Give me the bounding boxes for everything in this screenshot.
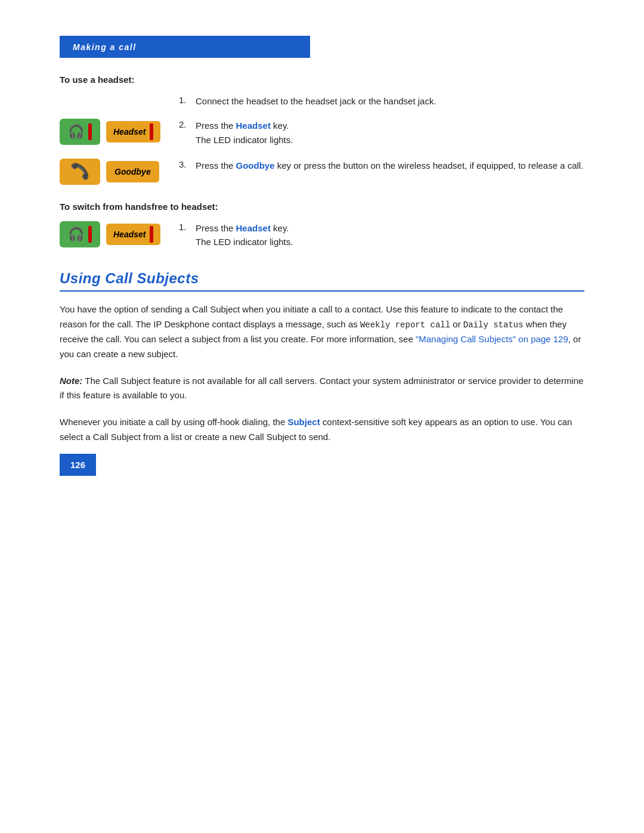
section-title: Using Call Subjects bbox=[60, 270, 199, 286]
note-text: The Call Subject feature is not availabl… bbox=[60, 376, 583, 401]
subject-link[interactable]: Subject bbox=[287, 417, 320, 427]
orange-phone-icon-btn: 📞 bbox=[60, 159, 100, 185]
switch-step-1-area: 🎧 Headset 1. Press the Headset key.The L… bbox=[60, 221, 584, 249]
switch-heading: To switch from handsfree to headset: bbox=[60, 202, 584, 212]
step-3-number: 3. bbox=[179, 159, 192, 169]
mono-daily: Daily status bbox=[463, 320, 524, 330]
switch-headset-symbol: 🎧 bbox=[68, 227, 84, 242]
note-block: Note: The Call Subject feature is not av… bbox=[60, 374, 584, 404]
headset-symbol: 🎧 bbox=[68, 124, 84, 140]
step-2-area: 🎧 Headset 2. Press the Headset key.The L… bbox=[60, 119, 584, 147]
using-call-subjects-section: Using Call Subjects bbox=[60, 270, 584, 292]
headset-label-btn: Headset bbox=[106, 121, 160, 143]
green-headset-icon-btn: 🎧 bbox=[60, 119, 100, 145]
phone-symbol: 📞 bbox=[70, 162, 89, 181]
header-bar: Making a call bbox=[60, 36, 310, 58]
step-1-area: 1. Connect the headset to the headset ja… bbox=[179, 94, 584, 108]
goodbye-link: Goodbye bbox=[236, 160, 275, 171]
switch-headset-label-btn: Headset bbox=[106, 224, 160, 245]
switch-led-indicator bbox=[88, 226, 92, 243]
step-3-text: Press the Goodbye key or press the butto… bbox=[196, 159, 583, 172]
headset-link: Headset bbox=[236, 120, 271, 131]
switch-step-1: 1. Press the Headset key.The LED indicat… bbox=[179, 221, 584, 249]
switch-headset-label-text: Headset bbox=[113, 230, 145, 239]
switch-headset-link: Headset bbox=[236, 223, 271, 233]
headset-heading: To use a headset: bbox=[60, 75, 584, 85]
step-3-images: 📞 Goodbye bbox=[60, 159, 179, 185]
step-2: 2. Press the Headset key.The LED indicat… bbox=[179, 119, 584, 147]
page-number-box: 126 bbox=[60, 454, 96, 476]
switch-headset-led bbox=[150, 226, 153, 243]
switch-green-headset-icon: 🎧 bbox=[60, 221, 100, 247]
managing-call-subjects-link[interactable]: "Managing Call Subjects" on page 129 bbox=[416, 334, 568, 344]
goodbye-label-text: Goodbye bbox=[114, 167, 151, 176]
step-1-text: Connect the headset to the headset jack … bbox=[196, 94, 436, 108]
step-1-number: 1. bbox=[179, 94, 192, 105]
switch-section: To switch from handsfree to headset: 🎧 H… bbox=[60, 202, 584, 249]
call-subjects-para1: You have the option of sending a Call Su… bbox=[60, 302, 584, 361]
headset-led bbox=[150, 123, 153, 140]
step-2-text: Press the Headset key.The LED indicator … bbox=[196, 119, 293, 147]
page: Making a call To use a headset: 1. Conne… bbox=[0, 0, 644, 504]
switch-step-1-images: 🎧 Headset bbox=[60, 221, 179, 247]
goodbye-label-btn: Goodbye bbox=[106, 161, 159, 182]
step-3: 3. Press the Goodbye key or press the bu… bbox=[179, 159, 584, 172]
mono-weekly: Weekly report call bbox=[360, 320, 450, 330]
switch-step-1-text: Press the Headset key.The LED indicator … bbox=[196, 221, 293, 249]
step-3-area: 📞 Goodbye 3. Press the Goodbye key or pr… bbox=[60, 159, 584, 185]
call-subjects-para2: Whenever you initiate a call by using of… bbox=[60, 415, 584, 445]
headset-label-text: Headset bbox=[113, 127, 145, 137]
headset-section: To use a headset: 1. Connect the headset… bbox=[60, 75, 584, 185]
note-label: Note: bbox=[60, 376, 82, 386]
header-bar-text: Making a call bbox=[73, 42, 137, 52]
step-2-number: 2. bbox=[179, 119, 192, 129]
led-indicator bbox=[88, 123, 92, 140]
switch-step-1-number: 1. bbox=[179, 221, 192, 232]
page-number: 126 bbox=[70, 460, 85, 470]
step-2-images: 🎧 Headset bbox=[60, 119, 179, 145]
step-1: 1. Connect the headset to the headset ja… bbox=[179, 94, 584, 108]
